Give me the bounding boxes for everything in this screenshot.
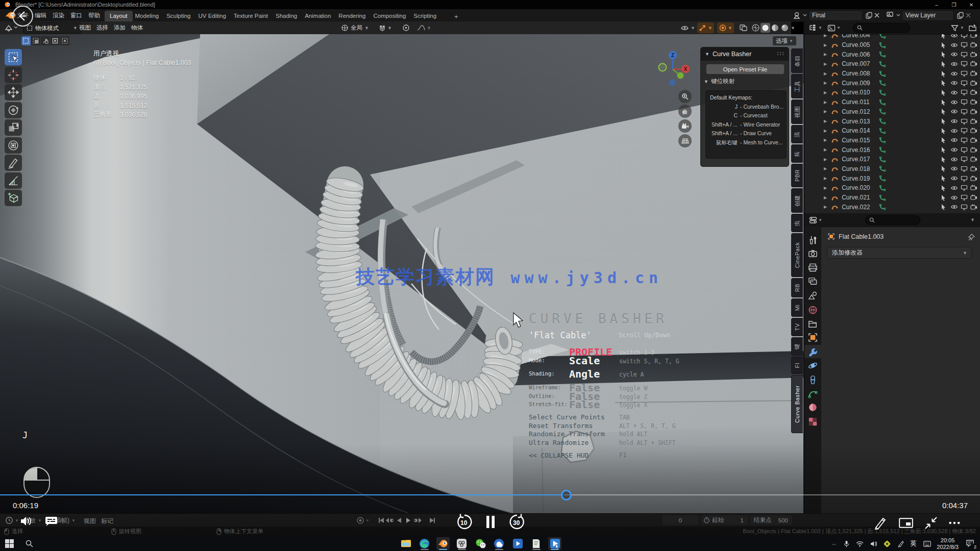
disable-render-icon[interactable]	[970, 99, 977, 105]
viewport-menu-item[interactable]: 视图	[79, 24, 91, 32]
outliner-row[interactable]: ▶Curve.005	[804, 40, 980, 50]
record-icon[interactable]	[356, 516, 364, 524]
tray-app-icon[interactable]	[884, 540, 891, 547]
hide-viewport-icon[interactable]	[950, 71, 958, 77]
panel-grip-icon[interactable]	[776, 52, 786, 57]
workspace-tab[interactable]: Modeling	[134, 11, 160, 21]
selectable-icon[interactable]	[941, 99, 946, 106]
disable-viewport-icon[interactable]	[961, 34, 968, 38]
expand-arrow-icon[interactable]: ▶	[824, 119, 827, 123]
selectable-icon[interactable]	[941, 185, 946, 191]
breadcrumb-object-name[interactable]: Flat Cable1.003	[839, 233, 884, 240]
outliner-row[interactable]: ▶Curve.006	[804, 49, 980, 59]
disable-render-icon[interactable]	[970, 109, 977, 115]
orthographic-toggle-button[interactable]	[678, 134, 692, 147]
outliner-row[interactable]: ▶Curve.004	[804, 34, 980, 40]
selectable-icon[interactable]	[941, 61, 946, 67]
disable-render-icon[interactable]	[970, 137, 977, 143]
chevron-down-icon[interactable]: ▼	[818, 26, 822, 30]
hide-viewport-icon[interactable]	[950, 157, 958, 162]
hide-viewport-icon[interactable]	[950, 52, 958, 57]
outliner-row[interactable]: ▶Curve.008	[804, 69, 980, 79]
disable-viewport-icon[interactable]	[961, 128, 968, 134]
npanel-tab-mi[interactable]: Mi	[791, 298, 803, 317]
expand-arrow-icon[interactable]: ▶	[824, 71, 827, 76]
select-box-tool-button[interactable]	[5, 49, 22, 65]
outliner-row[interactable]: ▶Curve.017	[804, 155, 980, 164]
chevron-down-icon[interactable]: ▼	[837, 26, 841, 30]
scene-name-field[interactable]: Final	[808, 10, 863, 21]
player-edit-icon[interactable]	[874, 516, 887, 530]
taskbar-app-media-player[interactable]	[511, 537, 524, 550]
npanel-tab-rb[interactable]: RB	[791, 278, 803, 297]
filter-icon[interactable]	[951, 24, 959, 32]
hide-viewport-icon[interactable]	[950, 109, 958, 114]
selectable-icon[interactable]	[941, 80, 946, 86]
disable-viewport-icon[interactable]	[961, 99, 968, 105]
expand-arrow-icon[interactable]: ▶	[824, 176, 827, 181]
expand-arrow-icon[interactable]: ▶	[824, 52, 827, 57]
topbar-menu-item[interactable]: 窗口	[70, 12, 82, 19]
microphone-icon[interactable]	[844, 540, 849, 547]
measure-tool-button[interactable]	[5, 172, 22, 189]
selectable-icon[interactable]	[941, 194, 946, 201]
disable-viewport-icon[interactable]	[961, 118, 968, 124]
pan-button[interactable]	[678, 105, 692, 118]
disable-render-icon[interactable]	[970, 185, 977, 191]
disable-viewport-icon[interactable]	[961, 176, 968, 182]
properties-tab-collection[interactable]	[804, 317, 821, 330]
workspace-tab[interactable]: Rendering	[337, 11, 366, 21]
outliner-search-input[interactable]	[853, 23, 910, 33]
disable-render-icon[interactable]	[970, 166, 977, 172]
player-miniplayer-icon[interactable]	[899, 518, 913, 528]
chevron-down-icon[interactable]: ▼	[365, 518, 370, 523]
player-progress-bar[interactable]	[0, 493, 980, 496]
npanel-tab-工具[interactable]: 工具	[791, 74, 803, 98]
chevron-down-icon[interactable]: ▼	[818, 218, 822, 222]
shading-material-icon[interactable]	[770, 23, 780, 33]
taskbar-app-file-explorer[interactable]	[399, 537, 412, 550]
workspace-tab[interactable]: Layout	[105, 11, 133, 21]
selectable-icon[interactable]	[941, 70, 946, 77]
network-icon[interactable]	[856, 541, 864, 547]
properties-tab-world[interactable]	[804, 303, 821, 316]
expand-arrow-icon[interactable]: ▶	[824, 186, 827, 190]
hide-viewport-icon[interactable]	[950, 118, 958, 124]
viewport-menu-item[interactable]: 物体	[131, 24, 143, 32]
outliner-row[interactable]: ▶Curve.009	[804, 78, 980, 88]
collapse-chevron-icon[interactable]: ▼	[705, 52, 709, 57]
camera-view-button[interactable]	[678, 119, 692, 133]
properties-tab-output[interactable]	[804, 261, 821, 274]
outliner-display-mode-icon[interactable]	[827, 24, 836, 32]
player-subtitles-icon[interactable]	[45, 516, 58, 527]
disable-viewport-icon[interactable]	[961, 204, 968, 210]
disable-viewport-icon[interactable]	[961, 80, 968, 86]
playback-controls[interactable]	[378, 517, 437, 524]
disable-viewport-icon[interactable]	[961, 61, 968, 67]
disable-viewport-icon[interactable]	[961, 147, 968, 153]
properties-tab-render[interactable]	[804, 247, 821, 260]
viewport-menu-item[interactable]: 选择	[96, 24, 108, 32]
cursor-tool-button[interactable]	[5, 67, 22, 83]
expand-arrow-icon[interactable]: ▶	[824, 109, 827, 114]
disable-render-icon[interactable]	[970, 128, 977, 134]
taskbar-app-gray-app[interactable]	[455, 537, 469, 550]
outliner-row[interactable]: ▶Curve.016	[804, 145, 980, 155]
taskbar-search-icon[interactable]	[26, 540, 33, 547]
taskbar-app-blue-disk-app[interactable]	[493, 537, 506, 550]
disable-render-icon[interactable]	[970, 118, 977, 124]
disable-viewport-icon[interactable]	[961, 42, 968, 48]
npanel-tab-条目[interactable]: 条目	[791, 48, 803, 73]
expand-arrow-icon[interactable]: ▶	[824, 81, 827, 85]
workspace-tab[interactable]: Animation	[304, 11, 332, 21]
maximize-button[interactable]: ❐	[945, 0, 963, 9]
scale-tool-button[interactable]	[5, 119, 22, 136]
scene-icon[interactable]	[792, 11, 807, 19]
outliner-row[interactable]: ▶Curve.020	[804, 183, 980, 193]
ime-indicator[interactable]: 英	[911, 539, 917, 548]
outliner-row[interactable]: ▶Curve.007	[804, 59, 980, 69]
outliner-row[interactable]: ▶Curve.018	[804, 164, 980, 174]
select-extend-button[interactable]	[60, 36, 69, 45]
workspace-tab[interactable]: Sculpting	[165, 11, 191, 21]
selectable-icon[interactable]	[941, 42, 946, 48]
